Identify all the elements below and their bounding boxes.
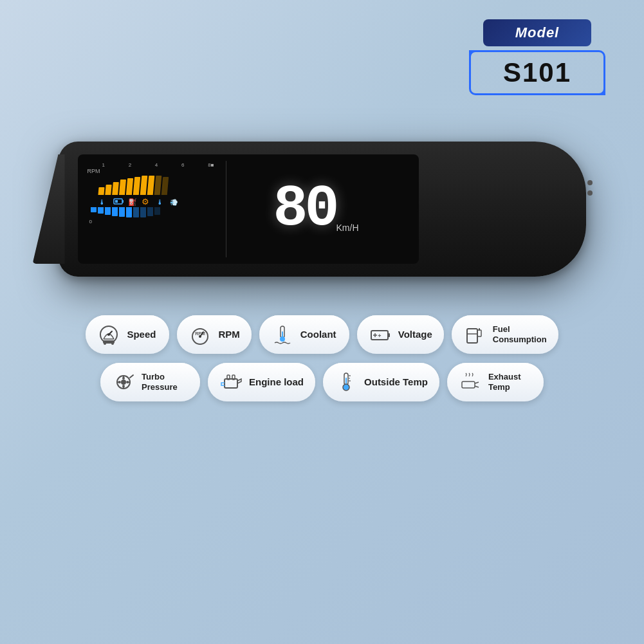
bar-u10 — [161, 177, 168, 195]
fuel-icon — [463, 323, 486, 346]
svg-rect-43 — [462, 382, 475, 388]
features-row-2: TurboPressure Engine load — [19, 363, 625, 401]
speed-value: 80 — [273, 180, 336, 238]
rpm-scale-2: 2 — [129, 162, 131, 168]
rpm-bars-lower — [91, 207, 219, 217]
bar-u5 — [125, 178, 133, 195]
feature-rpm-label: RPM — [218, 329, 239, 340]
svg-rect-1 — [114, 199, 122, 204]
device-connectors — [587, 180, 593, 196]
bar-u2 — [105, 185, 111, 195]
screen-coolant-icon: 🌡 — [98, 197, 110, 206]
svg-point-21 — [280, 336, 285, 342]
svg-rect-20 — [282, 331, 283, 337]
screen-icons-row: 🌡 ⛽ ⚙ 🌡 💨 — [98, 197, 219, 206]
speed-section: 80 Km/H — [226, 154, 419, 264]
bar-l3 — [105, 207, 111, 215]
bar-u4 — [118, 179, 125, 195]
bar-l9 — [147, 207, 153, 216]
feature-outside-temp-label: Outside Temp — [364, 376, 428, 388]
feature-fuel: FuelConsumption — [452, 315, 558, 354]
model-badge: Model S101 — [469, 19, 605, 95]
svg-line-33 — [130, 375, 133, 378]
svg-rect-30 — [479, 328, 480, 331]
voltage-icon: + — [369, 323, 392, 346]
screen-fuel-icon: ⛽ — [128, 197, 138, 206]
svg-text:🌡: 🌡 — [98, 198, 106, 206]
screen-gear-icon: ⚙ — [142, 197, 153, 206]
screen-therm-icon: 🌡 — [156, 197, 167, 206]
features-section: Speed RPM RPM — [19, 315, 625, 410]
feature-speed: Speed — [86, 315, 169, 354]
device-container: 1 2 4 6 8■ RPM — [32, 142, 612, 277]
bar-l4 — [112, 207, 118, 216]
screen-battery-icon — [113, 197, 125, 206]
feature-engine-label: Engine load — [249, 376, 304, 388]
svg-line-44 — [475, 382, 479, 383]
rpm-scale-0: 0 — [89, 219, 219, 225]
svg-point-13 — [104, 342, 106, 345]
model-value: S101 — [503, 57, 571, 88]
model-label: Model — [483, 19, 592, 46]
feature-engine: Engine load — [208, 363, 315, 401]
svg-text:🌡: 🌡 — [156, 198, 163, 206]
svg-line-45 — [475, 386, 479, 387]
svg-rect-2 — [122, 200, 124, 203]
turbo-icon — [112, 371, 135, 394]
bar-u7 — [140, 176, 147, 195]
feature-exhaust-temp-label: ExhaustTemp — [488, 372, 521, 392]
svg-point-10 — [107, 333, 110, 336]
feature-coolant: Coolant — [259, 315, 349, 354]
bar-u6 — [133, 177, 140, 195]
rpm-section: 1 2 4 6 8■ RPM — [78, 154, 226, 264]
svg-point-32 — [121, 380, 126, 385]
screen-exhaust-icon: 💨 — [170, 197, 181, 206]
device-screen: 1 2 4 6 8■ RPM — [78, 154, 419, 264]
svg-rect-34 — [225, 379, 237, 388]
model-value-box: S101 — [469, 50, 605, 95]
svg-rect-3 — [115, 200, 118, 203]
speed-display: 80 Km/H — [273, 180, 365, 238]
svg-rect-38 — [345, 378, 347, 384]
svg-point-14 — [111, 342, 114, 345]
outside-temp-icon — [335, 371, 358, 394]
bar-l10 — [154, 207, 160, 215]
feature-speed-label: Speed — [127, 329, 156, 340]
connector-1 — [587, 180, 593, 185]
speed-unit: Km/H — [336, 223, 359, 233]
bar-u8 — [147, 176, 154, 195]
rpm-scale-1: 1 — [102, 162, 105, 168]
svg-text:⚙: ⚙ — [142, 197, 149, 206]
feature-voltage-label: Voltage — [398, 329, 432, 340]
bar-l1 — [91, 207, 97, 212]
exhaust-temp-icon — [459, 371, 482, 394]
svg-text:+: + — [378, 333, 381, 339]
speed-icon — [97, 323, 120, 346]
svg-point-39 — [343, 384, 349, 391]
feature-coolant-label: Coolant — [300, 329, 336, 340]
feature-turbo: TurboPressure — [100, 363, 200, 401]
hud-device: 1 2 4 6 8■ RPM — [59, 142, 586, 277]
feature-voltage: + Voltage — [357, 315, 444, 354]
feature-outside-temp: Outside Temp — [323, 363, 439, 401]
features-row-1: Speed RPM RPM — [19, 315, 625, 354]
rpm-label: RPM — [87, 168, 219, 174]
engine-icon — [219, 371, 243, 394]
bar-l7 — [133, 207, 139, 217]
bar-u3 — [112, 182, 119, 195]
feature-rpm: RPM RPM — [177, 315, 251, 354]
rpm-bars-upper — [98, 176, 219, 195]
rpm-badge-icon: RPM — [189, 323, 212, 346]
rpm-scale-4: 4 — [155, 162, 158, 168]
bar-u1 — [98, 187, 104, 195]
svg-rect-23 — [388, 333, 390, 337]
coolant-icon — [271, 323, 294, 346]
bar-l6 — [126, 207, 132, 217]
feature-turbo-label: TurboPressure — [142, 372, 178, 392]
bar-u9 — [154, 176, 161, 195]
bar-l8 — [140, 207, 146, 217]
bar-l2 — [98, 207, 104, 214]
rpm-scale-6: 6 — [181, 162, 184, 168]
connector-2 — [587, 190, 593, 196]
svg-text:💨: 💨 — [170, 198, 178, 206]
